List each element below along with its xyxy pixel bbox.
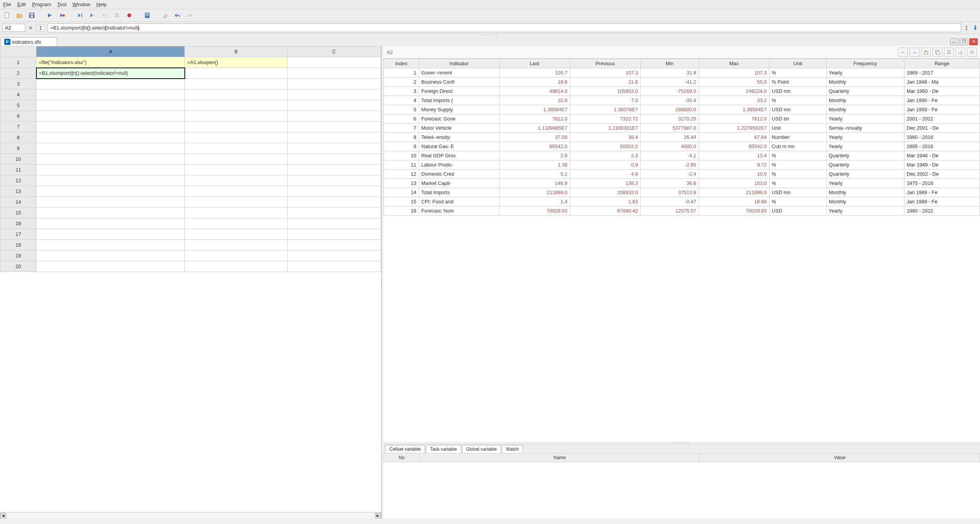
table-row[interactable]: 7Motor Vehicle1.1189985E71.2180301E75377… — [384, 124, 980, 133]
cell-A9[interactable] — [36, 143, 185, 154]
data-col-min[interactable]: Min — [641, 59, 699, 68]
nav-back-icon[interactable]: ← — [898, 48, 908, 57]
document-tab[interactable]: P indicators.dfx — [1, 37, 57, 46]
table-row[interactable]: 11Labour Produ-1.360.9-2.659.72%Quarterl… — [384, 160, 980, 170]
cell-B15[interactable] — [185, 208, 287, 218]
step-out-icon[interactable] — [101, 12, 108, 19]
table-row[interactable]: 6Forecast: Gove7612.07322.723270.257612.… — [384, 114, 980, 124]
cell-C6[interactable] — [287, 111, 381, 122]
data-col-range[interactable]: Range — [904, 59, 980, 68]
cell-A2[interactable]: =B1.xlsimport@t().select(Indicator!=null… — [36, 68, 185, 79]
cell-C2[interactable] — [287, 68, 381, 79]
menu-file[interactable]: File — [3, 2, 11, 7]
table-row[interactable]: 13Market Capit-146.9138.336.6153.0%Yearl… — [384, 179, 980, 188]
row-header[interactable]: 5 — [0, 100, 36, 111]
chart-icon[interactable] — [955, 48, 965, 57]
corner-cell[interactable] — [0, 46, 36, 57]
cell-A20[interactable] — [36, 261, 185, 272]
cell-B17[interactable] — [185, 229, 287, 240]
result-table[interactable]: IndexIndicatorLastPreviousMinMaxUnitFreq… — [383, 59, 980, 216]
table-row[interactable]: 15CPI: Food and1.41.63-0.4718.68%Monthly… — [384, 197, 980, 206]
table-row[interactable]: 10Real GDP Grov2.62.3-4.113.4%QuarterlyM… — [384, 151, 980, 160]
table-row[interactable]: 3Foreign Direct49814.0105653.0-75269.024… — [384, 87, 980, 96]
nav-forward-icon[interactable]: → — [909, 48, 919, 57]
cell-B3[interactable] — [185, 79, 287, 89]
close-button[interactable]: ✕ — [969, 38, 978, 45]
cell-C3[interactable] — [287, 79, 381, 89]
list-view-icon[interactable] — [944, 48, 954, 57]
data-col-index[interactable]: Index — [384, 59, 419, 68]
cell-C18[interactable] — [287, 240, 381, 250]
cell-A4[interactable] — [36, 89, 185, 100]
debug-icon[interactable] — [59, 12, 66, 19]
row-header[interactable]: 1 — [0, 57, 36, 68]
cell-B14[interactable] — [185, 197, 287, 208]
cell-C15[interactable] — [287, 208, 381, 218]
cell-B20[interactable] — [185, 261, 287, 272]
result-table-container[interactable]: IndexIndicatorLastPreviousMinMaxUnitFreq… — [383, 59, 980, 442]
cell-A5[interactable] — [36, 100, 185, 111]
table-row[interactable]: 8Teled--ensity:37.0938.426.4467.64Number… — [384, 133, 980, 142]
row-header[interactable]: 20 — [0, 261, 36, 272]
cell-A6[interactable] — [36, 111, 185, 122]
save-icon[interactable] — [28, 12, 35, 19]
cell-C9[interactable] — [287, 143, 381, 154]
cell-B7[interactable] — [185, 122, 287, 132]
scroll-left-icon[interactable]: ◀ — [0, 513, 6, 518]
calculator-icon[interactable] — [144, 12, 151, 19]
col-header-C[interactable]: C — [287, 46, 381, 57]
table-row[interactable]: 9Natural Gas: E65542.050502.04000.065542… — [384, 142, 980, 151]
row-header[interactable]: 10 — [0, 154, 36, 165]
row-header[interactable]: 8 — [0, 132, 36, 143]
cell-A10[interactable] — [36, 154, 185, 165]
table-row[interactable]: 2Business Confi18.621.6-41.255.0% PointM… — [384, 77, 980, 87]
row-header[interactable]: 19 — [0, 250, 36, 261]
cell-A16[interactable] — [36, 218, 185, 229]
grid-container[interactable]: A B C 1=file("Indicators.xlsx")=A1.xlsop… — [0, 46, 381, 512]
data-col-last[interactable]: Last — [499, 59, 570, 68]
cell-B8[interactable] — [185, 132, 287, 143]
maximize-button[interactable]: ❐ — [960, 38, 968, 45]
cell-A3[interactable] — [36, 79, 185, 89]
cell-C17[interactable] — [287, 229, 381, 240]
row-header[interactable]: 14 — [0, 197, 36, 208]
step-into-icon[interactable] — [89, 12, 96, 19]
tab-watch[interactable]: Watch — [502, 445, 523, 453]
cell-B19[interactable] — [185, 250, 287, 261]
row-header[interactable]: 15 — [0, 208, 36, 218]
scroll-right-icon[interactable]: ▶ — [375, 513, 381, 518]
cell-B12[interactable] — [185, 175, 287, 186]
table-row[interactable]: 5Money Supply1.38584E71.38378E7286600.01… — [384, 105, 980, 114]
cell-C12[interactable] — [287, 175, 381, 186]
cell-C10[interactable] — [287, 154, 381, 165]
cell-C4[interactable] — [287, 89, 381, 100]
var-col-name[interactable]: Name — [419, 453, 700, 462]
cell-B16[interactable] — [185, 218, 287, 229]
menu-tool[interactable]: Tool — [57, 2, 66, 7]
cell-C5[interactable] — [287, 100, 381, 111]
row-header[interactable]: 18 — [0, 240, 36, 250]
pause-icon[interactable] — [113, 12, 120, 19]
redo-icon[interactable] — [186, 12, 193, 19]
cell-C13[interactable] — [287, 186, 381, 197]
cell-A11[interactable] — [36, 165, 185, 175]
cell-A1[interactable]: =file("Indicators.xlsx") — [36, 57, 185, 68]
row-header[interactable]: 9 — [0, 143, 36, 154]
data-col-previous[interactable]: Previous — [570, 59, 640, 68]
cell-B6[interactable] — [185, 111, 287, 122]
cell-reference-input[interactable] — [2, 24, 25, 32]
stop-icon[interactable] — [126, 12, 133, 19]
export-icon[interactable] — [921, 48, 931, 57]
table-row[interactable]: 16Forecast: Nom70028.8367990.4212575.577… — [384, 206, 980, 216]
table-row[interactable]: 14Total Imports211899.0208933.037513.921… — [384, 188, 980, 197]
cell-B13[interactable] — [185, 186, 287, 197]
cell-B11[interactable] — [185, 165, 287, 175]
cell-A15[interactable] — [36, 208, 185, 218]
cell-A14[interactable] — [36, 197, 185, 208]
col-header-B[interactable]: B — [185, 46, 287, 57]
cell-C8[interactable] — [287, 132, 381, 143]
copy-icon[interactable] — [932, 48, 942, 57]
tab-global-variable[interactable]: Global variable — [462, 445, 501, 453]
data-col-unit[interactable]: Unit — [769, 59, 826, 68]
cell-B9[interactable] — [185, 143, 287, 154]
